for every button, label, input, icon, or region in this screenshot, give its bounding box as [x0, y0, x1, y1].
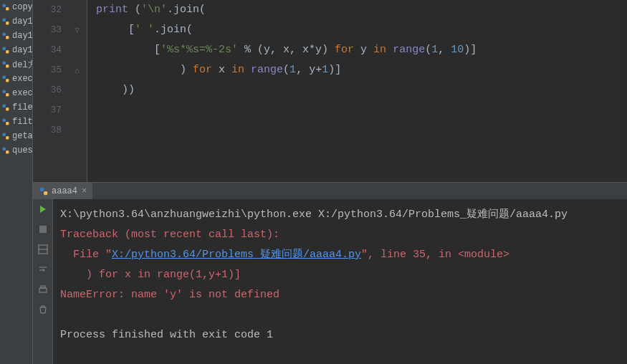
svg-rect-0: [3, 4, 6, 8]
console-line: X:\python3.64\anzhuangweizhi\python.exe …: [60, 205, 620, 225]
line-number: 36: [33, 80, 62, 100]
line-number: 35: [33, 60, 62, 80]
python-file-icon: [1, 103, 10, 112]
tree-item[interactable]: ques: [0, 143, 32, 158]
python-file-icon: [1, 89, 10, 97]
console-line: File "X:/python3.64/Problems_疑难问题/aaaa4.…: [60, 245, 620, 265]
python-file-icon: [1, 146, 10, 155]
tree-label: geta: [12, 131, 32, 141]
run-tab[interactable]: aaaa4 ×: [33, 183, 92, 200]
svg-rect-8: [3, 62, 6, 65]
main-area: 32 33 34 35 36 37 38 ▽ △ print ('\n'.joi…: [33, 0, 627, 364]
line-number: 38: [33, 120, 62, 140]
fold-icon[interactable]: [67, 80, 87, 100]
tree-item[interactable]: exec: [0, 72, 32, 86]
code-line[interactable]: [' '.join(: [87, 20, 627, 40]
fold-icon[interactable]: [67, 0, 87, 20]
fold-column: ▽ △: [67, 0, 87, 182]
console-panel: X:\python3.64\anzhuangweizhi\python.exe …: [33, 199, 627, 364]
console-output[interactable]: X:\python3.64\anzhuangweizhi\python.exe …: [53, 199, 627, 364]
tree-item[interactable]: copy: [0, 0, 32, 14]
close-icon[interactable]: ×: [82, 186, 87, 196]
tree-item[interactable]: day1: [0, 43, 32, 57]
fold-expand-icon[interactable]: △: [67, 60, 87, 80]
svg-rect-24: [39, 226, 47, 233]
python-file-icon: [1, 17, 10, 26]
tree-label: exec: [12, 88, 32, 98]
svg-rect-4: [3, 33, 6, 37]
console-line: ) for x in range(1,y+1)]: [60, 265, 620, 285]
tree-label: exec: [12, 74, 32, 84]
python-file-icon: [1, 32, 10, 40]
code-editor[interactable]: 32 33 34 35 36 37 38 ▽ △ print ('\n'.joi…: [33, 0, 627, 182]
code-area[interactable]: print ('\n'.join( [' '.join( ['%s*%s=%-2…: [87, 0, 627, 182]
line-number: 32: [33, 0, 62, 20]
svg-rect-19: [6, 136, 9, 140]
svg-rect-22: [40, 187, 44, 191]
line-number: 33: [33, 20, 62, 40]
code-line[interactable]: [87, 120, 627, 140]
python-file-icon: [39, 186, 49, 196]
tree-label: ques: [12, 145, 32, 155]
tree-label: copy: [12, 2, 32, 12]
layout-icon[interactable]: [36, 242, 50, 257]
tree-item[interactable]: exec: [0, 86, 32, 100]
svg-rect-18: [3, 133, 6, 137]
svg-rect-1: [6, 7, 9, 11]
svg-rect-3: [6, 21, 9, 25]
tree-item[interactable]: day1: [0, 14, 32, 29]
print-icon[interactable]: [36, 282, 50, 297]
code-line[interactable]: ['%s*%s=%-2s' % (y, x, x*y) for y in ran…: [87, 40, 627, 60]
tree-label: file_e: [12, 102, 32, 112]
fold-icon[interactable]: [67, 120, 87, 140]
rerun-icon[interactable]: [36, 202, 50, 216]
tree-item[interactable]: geta: [0, 129, 32, 143]
tree-item[interactable]: day1: [0, 29, 32, 43]
console-line: Traceback (most recent call last):: [60, 225, 620, 245]
trash-icon[interactable]: [36, 302, 50, 317]
svg-rect-9: [6, 64, 9, 68]
file-link[interactable]: X:/python3.64/Problems_疑难问题/aaaa4.py: [112, 249, 361, 261]
tree-item[interactable]: del方: [0, 57, 32, 72]
python-file-icon: [1, 3, 10, 11]
svg-rect-28: [41, 286, 45, 288]
svg-rect-21: [6, 150, 9, 154]
tree-label: day1: [12, 31, 32, 41]
console-line: Process finished with exit code 1: [60, 325, 620, 345]
console-line: [60, 305, 620, 325]
svg-rect-13: [6, 93, 9, 97]
tree-item[interactable]: filter: [0, 115, 32, 129]
project-tree[interactable]: copy day1 day1 day1 del方 exec exec file_…: [0, 0, 33, 364]
svg-rect-20: [3, 148, 6, 151]
svg-rect-11: [6, 79, 9, 82]
fold-collapse-icon[interactable]: ▽: [67, 20, 87, 40]
svg-rect-14: [3, 105, 6, 108]
code-line[interactable]: )): [87, 80, 627, 100]
python-file-icon: [1, 46, 10, 54]
code-line[interactable]: print ('\n'.join(: [87, 0, 627, 20]
stop-icon[interactable]: [36, 222, 50, 236]
code-line[interactable]: [87, 100, 627, 120]
svg-rect-7: [6, 50, 9, 54]
console-toolbar: [33, 199, 53, 364]
python-file-icon: [1, 75, 10, 83]
fold-icon[interactable]: [67, 100, 87, 120]
svg-rect-10: [3, 76, 6, 80]
svg-rect-6: [3, 47, 6, 51]
svg-rect-23: [44, 191, 47, 195]
tree-label: del方: [12, 59, 32, 71]
console-line: NameError: name 'y' is not defined: [60, 285, 620, 305]
run-tab-bar: aaaa4 ×: [33, 182, 627, 199]
line-number-gutter: 32 33 34 35 36 37 38: [33, 0, 67, 182]
code-line[interactable]: ) for x in range(1, y+1)]: [87, 60, 627, 80]
soft-wrap-icon[interactable]: [36, 262, 50, 277]
svg-rect-27: [39, 288, 47, 292]
tree-label: day1: [12, 45, 32, 55]
line-number: 37: [33, 100, 62, 120]
svg-rect-17: [6, 122, 9, 125]
run-tab-label: aaaa4: [52, 186, 77, 196]
tree-item[interactable]: file_e: [0, 100, 32, 115]
svg-rect-2: [3, 19, 6, 22]
fold-icon[interactable]: [67, 40, 87, 60]
svg-rect-12: [3, 90, 6, 94]
